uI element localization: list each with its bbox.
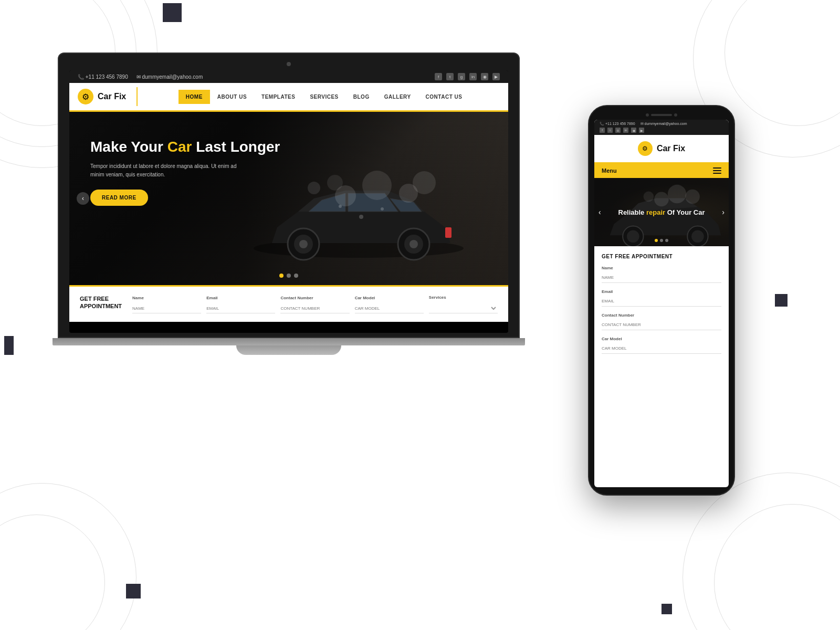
website-header-top: 📞 +11 123 456 7890 ✉ dummyemail@yahoo.co…	[69, 70, 508, 83]
contact-input[interactable]	[280, 304, 349, 313]
hero-content: Make Your Car Last Longer Tempor incidid…	[69, 112, 508, 232]
nav-templates[interactable]: TEMPLATES	[254, 90, 302, 104]
hamburger-line-3	[713, 173, 721, 174]
hamburger-line-1	[713, 167, 721, 169]
phone-info: 📞 +11 123 456 7890	[78, 74, 128, 80]
email-info: ✉ dummyemail@yahoo.com	[136, 74, 203, 80]
phone-menu-bar[interactable]: Menu	[594, 163, 729, 178]
phone-twitter-icon[interactable]: t	[607, 128, 613, 133]
facebook-icon[interactable]: f	[435, 73, 442, 80]
decorative-circle	[0, 514, 105, 630]
name-input[interactable]	[132, 304, 201, 313]
decorative-circle	[724, 0, 840, 126]
hero-dot-1[interactable]	[279, 274, 284, 278]
hero-prev-arrow[interactable]: ‹	[77, 192, 89, 205]
phone-facebook-icon[interactable]: f	[600, 128, 605, 133]
car-model-input[interactable]	[355, 304, 424, 313]
services-field-group: Services	[429, 295, 498, 313]
hamburger-menu-icon[interactable]	[713, 167, 721, 174]
phone-name-input[interactable]	[602, 272, 721, 283]
phone-prev-arrow[interactable]: ‹	[598, 208, 601, 216]
phone-gplus-icon[interactable]: g	[615, 128, 621, 133]
services-label: Services	[429, 295, 498, 300]
phone-name-group: Name	[602, 266, 721, 283]
email-input[interactable]	[206, 304, 275, 313]
laptop-stand	[236, 345, 341, 355]
logo-text: Car Fix	[98, 92, 126, 101]
read-more-button[interactable]: READ MORE	[90, 190, 148, 206]
phone-name-label: Name	[602, 266, 721, 270]
logo-icon: ⚙	[78, 89, 93, 104]
nav-about[interactable]: ABOUT US	[210, 90, 254, 104]
phone-gear-icon: ⚙	[642, 145, 648, 152]
phone-device: 📞 +11 123 456 7890 ✉ dummyemail@yahoo.co…	[588, 105, 735, 496]
hero-carousel-dots	[279, 274, 298, 278]
phone-carmodel-label: Car Model	[602, 337, 721, 341]
phone-carousel-dots	[655, 239, 668, 242]
phone-email-input[interactable]	[602, 296, 721, 307]
phone-carmodel-input[interactable]	[602, 343, 721, 354]
decorative-square	[4, 336, 14, 355]
phone-email-label: Email	[602, 289, 721, 294]
phone-dot-1[interactable]	[655, 239, 658, 242]
laptop-base	[52, 338, 525, 345]
decorative-circle	[714, 504, 840, 630]
email-label: Email	[206, 296, 275, 300]
decorative-square	[163, 3, 182, 22]
rss-icon[interactable]: ◉	[481, 73, 488, 80]
header-contact-info: 📞 +11 123 456 7890 ✉ dummyemail@yahoo.co…	[78, 74, 203, 80]
google-plus-icon[interactable]: g	[458, 73, 465, 80]
laptop-device: 📞 +11 123 456 7890 ✉ dummyemail@yahoo.co…	[58, 52, 530, 355]
nav-home[interactable]: HOME	[178, 90, 210, 104]
car-model-label: Car Model	[355, 296, 424, 300]
nav-blog[interactable]: BLOG	[346, 90, 377, 104]
laptop-camera	[287, 62, 291, 66]
phone-youtube-icon[interactable]: ▶	[639, 128, 644, 133]
header-social-icons: f t g in ◉ ▶	[435, 73, 500, 80]
email-icon: ✉	[136, 74, 142, 80]
phone-contact-group: Contact Number	[602, 313, 721, 330]
svg-point-3	[299, 240, 308, 248]
appointment-section: GET FREEAPPOINTMENT Name Email Contact N…	[69, 285, 508, 322]
phone-speaker	[651, 114, 672, 116]
logo-area: ⚙ Car Fix	[78, 89, 126, 104]
decorative-square	[126, 584, 141, 598]
hero-dot-3[interactable]	[294, 274, 298, 278]
phone-email-group: Email	[602, 289, 721, 307]
phone-appointment-title: GET FREE APPOINTMENT	[602, 254, 721, 259]
phone-frame: 📞 +11 123 456 7890 ✉ dummyemail@yahoo.co…	[588, 105, 735, 496]
phone-appointment-section: GET FREE APPOINTMENT Name Email Contact …	[594, 246, 729, 368]
phone-email: ✉ dummyemail@yahoo.com	[640, 122, 687, 126]
phone-linkedin-icon[interactable]: in	[623, 128, 628, 133]
nav-gallery[interactable]: GALLERY	[377, 90, 418, 104]
nav-contact[interactable]: CONTACT US	[418, 90, 470, 104]
phone-screen: 📞 +11 123 456 7890 ✉ dummyemail@yahoo.co…	[594, 120, 729, 487]
contact-label: Contact Number	[280, 296, 349, 300]
phone-next-arrow[interactable]: ›	[722, 208, 724, 216]
phone-dot-2[interactable]	[660, 239, 663, 242]
phone-contact-input[interactable]	[602, 320, 721, 330]
decorative-circle	[682, 472, 840, 630]
email-address: dummyemail@yahoo.com	[142, 74, 203, 80]
nav-services[interactable]: SERVICES	[302, 90, 345, 104]
youtube-icon[interactable]: ▶	[492, 73, 500, 80]
phone-rss-icon[interactable]: ◉	[631, 128, 636, 133]
phone-hero-content: Reliable repair Of Your Car	[594, 178, 729, 246]
hero-dot-2[interactable]	[287, 274, 291, 278]
twitter-icon[interactable]: t	[446, 73, 454, 80]
name-label: Name	[132, 296, 201, 300]
appointment-form: Name Email Contact Number Car Model	[132, 295, 498, 313]
decorative-square	[775, 294, 788, 307]
svg-point-6	[410, 240, 418, 248]
services-select[interactable]	[429, 303, 498, 313]
phone-logo-section: ⚙ Car Fix	[594, 135, 729, 163]
hero-title: Make Your Car Last Longer	[90, 138, 487, 156]
phone-social-row: f t g in ◉ ▶	[600, 128, 723, 133]
phone-contact-label: Contact Number	[602, 313, 721, 318]
contact-field-group: Contact Number	[280, 296, 349, 313]
phone-hero-title: Reliable repair Of Your Car	[618, 208, 705, 216]
phone-front-camera	[646, 113, 649, 117]
linkedin-icon[interactable]: in	[469, 73, 477, 80]
phone-dot-3[interactable]	[665, 239, 668, 242]
name-field-group: Name	[132, 296, 201, 313]
